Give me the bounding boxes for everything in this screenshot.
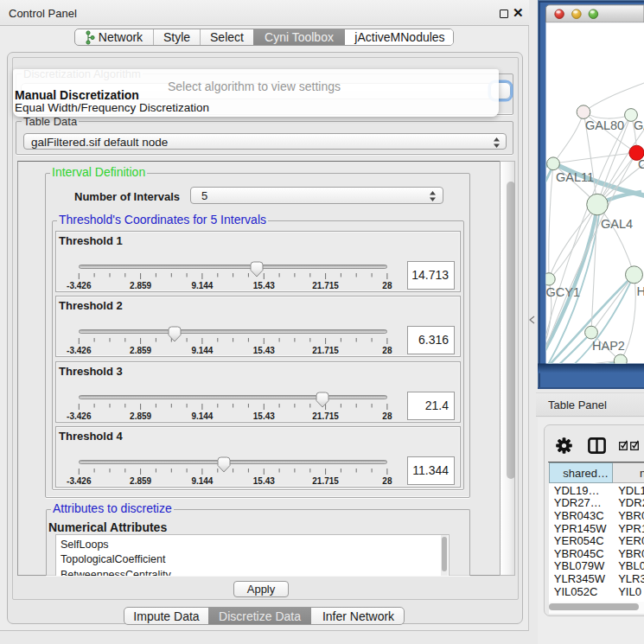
svg-text:GAL4: GAL4: [601, 217, 633, 231]
svg-text:GAL80: GAL80: [585, 118, 624, 132]
svg-text:H: H: [637, 284, 644, 298]
svg-text:HAP2: HAP2: [592, 339, 625, 353]
svg-text:C: C: [638, 157, 644, 171]
svg-text:GAL11: GAL11: [556, 170, 594, 184]
svg-text:GAL: GAL: [634, 118, 644, 132]
svg-text:GCY1: GCY1: [546, 285, 581, 299]
